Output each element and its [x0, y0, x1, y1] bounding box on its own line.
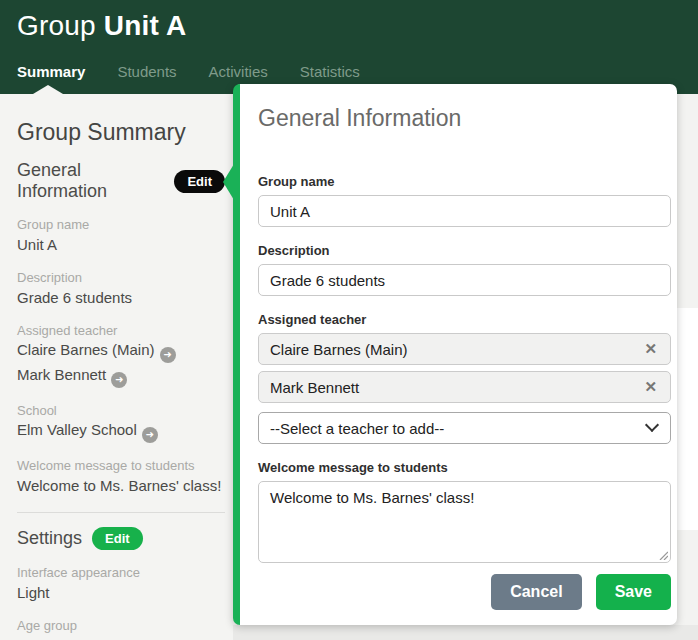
- settings-heading-row: Settings Edit: [17, 527, 225, 550]
- assigned-teacher-field-label: Assigned teacher: [258, 312, 671, 327]
- tab-bar: Summary Students Activities Statistics: [17, 63, 360, 80]
- save-button[interactable]: Save: [596, 574, 671, 610]
- group-name-input[interactable]: [258, 195, 671, 227]
- chevron-down-icon: [645, 418, 659, 432]
- age-group-label: Age group: [17, 618, 225, 633]
- welcome-message-textarea[interactable]: Welcome to Ms. Barnes' class!: [258, 481, 671, 563]
- sidebar-title: Group Summary: [17, 119, 225, 146]
- group-summary-sidebar: Group Summary General Information Edit G…: [0, 94, 233, 640]
- modal-button-row: Cancel Save: [491, 574, 671, 610]
- teacher-name: Mark Bennett: [17, 366, 106, 383]
- page-title-group-name: Unit A: [104, 10, 187, 41]
- arrow-right-circle-icon[interactable]: ➜: [111, 372, 127, 388]
- school-link: Elm Valley School➜: [17, 420, 225, 443]
- school-label: School: [17, 403, 225, 418]
- description-value: Grade 6 students: [17, 288, 225, 308]
- teacher-chip-text: Claire Barnes (Main): [270, 341, 408, 358]
- header-bar: Group Unit A Summary Students Activities…: [0, 0, 698, 94]
- group-name-label: Group name: [17, 217, 225, 232]
- add-teacher-select[interactable]: --Select a teacher to add--: [258, 412, 671, 444]
- edit-general-information-button[interactable]: Edit: [174, 170, 225, 193]
- modal-title: General Information: [258, 105, 671, 132]
- backdrop-band: [677, 308, 698, 530]
- tab-activities[interactable]: Activities: [209, 63, 268, 80]
- age-group-value: Ages 12–16: [17, 636, 225, 640]
- tab-statistics[interactable]: Statistics: [300, 63, 360, 80]
- welcome-message-value: Welcome to Ms. Barnes' class!: [17, 476, 225, 496]
- welcome-message-label: Welcome message to students: [17, 458, 225, 473]
- resize-handle-icon[interactable]: [658, 550, 668, 560]
- sidebar-divider: [17, 512, 225, 513]
- page-title-prefix: Group: [17, 10, 96, 41]
- remove-teacher-icon[interactable]: ✕: [642, 378, 659, 396]
- teacher-name: Claire Barnes (Main): [17, 341, 155, 358]
- teacher-chip: Mark Bennett ✕: [258, 371, 671, 403]
- teacher-link: Claire Barnes (Main)➜: [17, 340, 225, 363]
- active-tab-notch: [33, 85, 63, 94]
- general-information-heading: General Information: [17, 160, 164, 202]
- school-name: Elm Valley School: [17, 421, 137, 438]
- arrow-right-circle-icon[interactable]: ➜: [160, 347, 176, 363]
- general-information-heading-row: General Information Edit: [17, 160, 225, 202]
- tab-students[interactable]: Students: [117, 63, 176, 80]
- remove-teacher-icon[interactable]: ✕: [642, 340, 659, 358]
- interface-appearance-value: Light: [17, 583, 225, 603]
- welcome-message-textarea-wrap: Welcome to Ms. Barnes' class!: [258, 481, 671, 563]
- assigned-teacher-label: Assigned teacher: [17, 323, 225, 338]
- backdrop-band: [677, 530, 698, 640]
- edit-settings-button[interactable]: Edit: [92, 527, 143, 550]
- description-input[interactable]: [258, 264, 671, 296]
- group-name-field-label: Group name: [258, 174, 671, 189]
- teacher-chip: Claire Barnes (Main) ✕: [258, 333, 671, 365]
- settings-heading: Settings: [17, 528, 82, 549]
- description-field-label: Description: [258, 243, 671, 258]
- backdrop-band: [677, 94, 698, 308]
- tab-summary[interactable]: Summary: [17, 63, 85, 80]
- modal-pointer-arrow: [223, 164, 234, 200]
- description-label: Description: [17, 270, 225, 285]
- group-name-value: Unit A: [17, 235, 225, 255]
- backdrop-bottom-strip: [233, 625, 698, 640]
- teacher-link: Mark Bennett➜: [17, 365, 225, 388]
- general-information-edit-modal: General Information Group name Descripti…: [233, 84, 677, 625]
- cancel-button[interactable]: Cancel: [491, 574, 581, 610]
- interface-appearance-label: Interface appearance: [17, 565, 225, 580]
- welcome-message-field-label: Welcome message to students: [258, 460, 671, 475]
- teacher-chip-text: Mark Bennett: [270, 379, 359, 396]
- add-teacher-select-value: --Select a teacher to add--: [270, 420, 444, 437]
- arrow-right-circle-icon[interactable]: ➜: [142, 427, 158, 443]
- page-title: Group Unit A: [17, 10, 186, 42]
